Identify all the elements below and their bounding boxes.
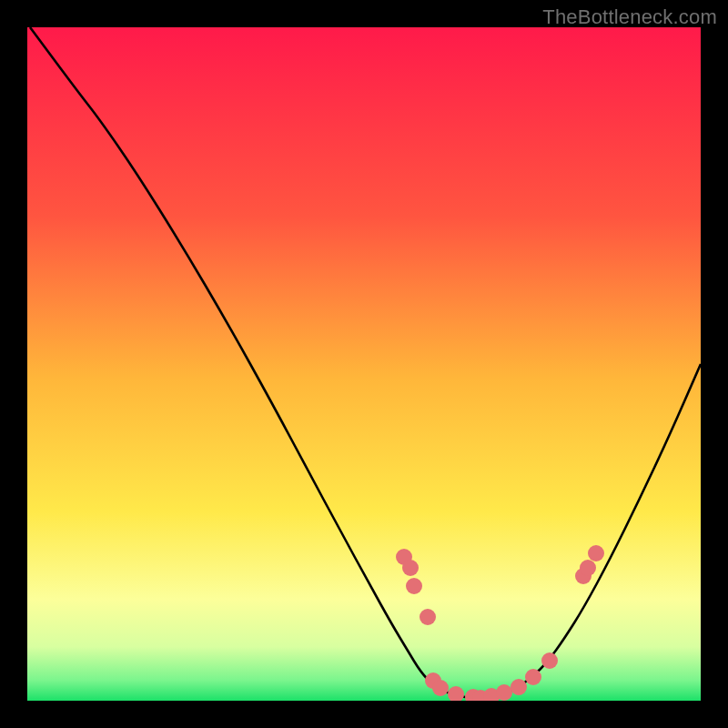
data-marker: [402, 560, 419, 576]
data-marker: [588, 545, 604, 561]
data-marker: [432, 680, 449, 696]
chart-frame: TheBottleneck.com: [0, 0, 728, 728]
data-marker: [420, 609, 436, 625]
plot-area: [27, 27, 701, 701]
watermark-text: TheBottleneck.com: [542, 5, 717, 29]
data-marker: [496, 684, 512, 701]
data-marker: [525, 669, 541, 685]
data-marker: [406, 578, 422, 594]
gradient-bg: [27, 27, 701, 701]
chart-svg: [27, 27, 701, 701]
data-marker: [580, 560, 596, 576]
data-marker: [541, 652, 558, 669]
data-marker: [511, 679, 527, 695]
